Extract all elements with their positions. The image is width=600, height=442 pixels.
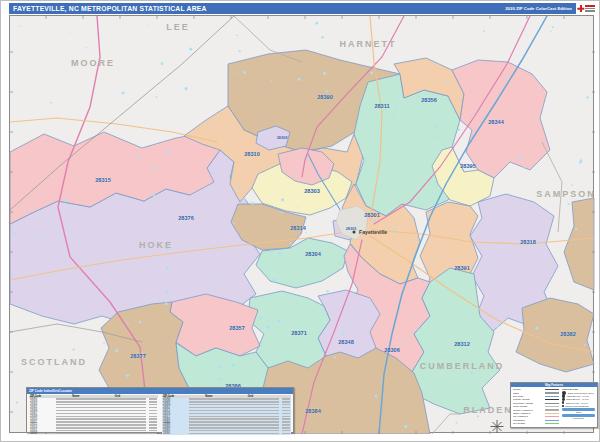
map-poster-page: FAYETTEVILLE, NC METROPOLITAN STATISTICA… (0, 0, 600, 442)
compass-star-icon (577, 5, 584, 12)
zip-index-right-column: ZIP CodeNameGrid283442834828356283572837… (162, 395, 291, 436)
publisher-logo (576, 2, 597, 15)
zip-label-28382: 28382 (560, 331, 576, 337)
zip-label-28314: 28314 (290, 225, 306, 231)
zip-label-28344: 28344 (488, 119, 504, 125)
county-label-bladen: BLADEN (463, 405, 513, 415)
zip-label-28384: 28384 (305, 408, 321, 414)
zip-label-28357: 28357 (229, 325, 245, 331)
legend-feature-list: CountyStateZIP CodePrimary RoadsSecondar… (513, 388, 559, 425)
zip-label-28306: 28306 (384, 347, 400, 353)
legend-item: Toll Roads (513, 422, 559, 425)
zip-label-28312: 28312 (454, 341, 470, 347)
county-label-moore: MOORE (71, 58, 115, 68)
zip-label-28391: 28391 (454, 265, 470, 271)
city-label: Fayetteville (359, 229, 387, 235)
legend-city-class: Cities 5,000 and Below (562, 404, 595, 407)
county-label-sampson: SAMPSON (536, 189, 596, 199)
edition-label: 2020 ZIP Code ColorCast Edition (505, 6, 572, 11)
zip-label-28390: 28390 (317, 94, 333, 100)
legend-city-classes: Cities 100,000 and AboveCities 50,000 - … (562, 391, 595, 407)
zip-label-28377: 28377 (130, 353, 146, 359)
county-label-harnett: HARNETT (340, 39, 397, 49)
compass-rose-icon (491, 420, 504, 433)
county-label-scotland: SCOTLAND (21, 357, 87, 367)
zip-index-row: 28395 (162, 432, 291, 435)
scale-label-km: Kilometers (562, 417, 595, 419)
county-label-hoke: HOKE (139, 240, 173, 250)
zip-label-28308: 28308 (277, 136, 288, 140)
county-label-lee: LEE (166, 22, 190, 32)
zip-label-28304: 28304 (305, 251, 321, 257)
zip-label-28310: 28310 (244, 151, 260, 157)
zip-label-28318: 28318 (520, 239, 536, 245)
zip-label-28376: 28376 (178, 215, 194, 221)
county-label-cumberland: CUMBERLAND (420, 361, 505, 371)
map-frame: 2831528376283902831028308283112835628344… (9, 15, 594, 433)
zip-label-28311: 28311 (374, 103, 389, 109)
zip-label-28356: 28356 (421, 97, 437, 103)
zip-label-28395: 28395 (460, 163, 476, 169)
page-title: FAYETTEVILLE, NC METROPOLITAN STATISTICA… (13, 5, 207, 12)
logo-text-bars (585, 5, 595, 12)
zip-label-28301: 28301 (364, 212, 380, 218)
zip-index-panel: ZIP Code Index/Grid Locator ZIP CodeName… (26, 387, 294, 433)
zip-label-28315: 28315 (95, 177, 111, 183)
scale-label-miles: Miles (562, 411, 595, 413)
zip-label-28348: 28348 (338, 339, 354, 345)
zip-index-row: 28318 (29, 432, 158, 435)
header-bar: FAYETTEVILLE, NC METROPOLITAN STATISTICA… (9, 3, 576, 14)
zip-label-28303: 28303 (304, 188, 320, 194)
zip-index-left-column: ZIP CodeNameGrid283012830328304283052830… (29, 395, 158, 436)
map-legend-panel: Map Features CountyStateZIP CodePrimary … (510, 382, 598, 428)
city-marker (353, 231, 356, 234)
zip-label-28371: 28371 (291, 330, 307, 336)
